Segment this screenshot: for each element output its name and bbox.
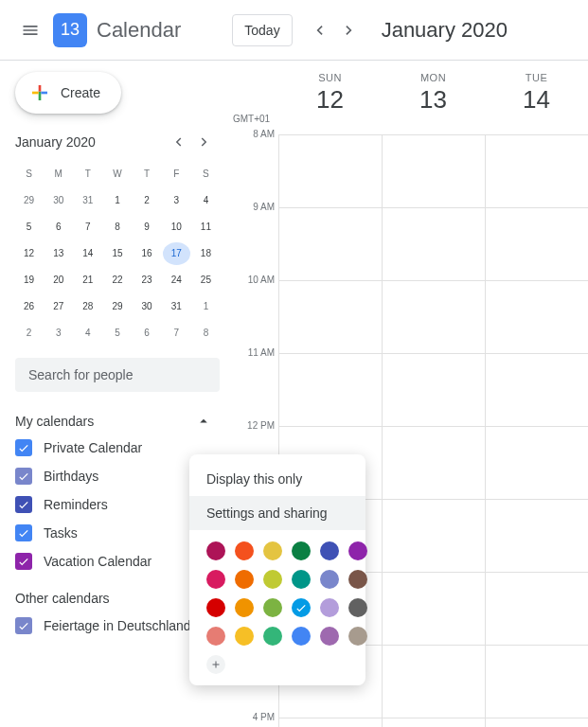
mini-day[interactable]: 3: [163, 189, 190, 212]
color-swatch[interactable]: [206, 570, 225, 589]
color-picker-grid: [189, 530, 365, 649]
mini-day[interactable]: 1: [103, 189, 131, 212]
main-menu-button[interactable]: [11, 11, 49, 49]
today-button[interactable]: Today: [232, 14, 292, 46]
color-swatch[interactable]: [235, 570, 254, 589]
mini-day[interactable]: 30: [134, 295, 161, 318]
mini-day[interactable]: 9: [134, 216, 161, 239]
day-of-week: MON: [382, 72, 485, 83]
day-column-header[interactable]: TUE14: [485, 61, 588, 115]
color-swatch[interactable]: [235, 598, 254, 617]
mini-day[interactable]: 17: [163, 242, 190, 265]
color-swatch[interactable]: [263, 627, 282, 646]
mini-day[interactable]: 14: [74, 242, 101, 265]
mini-day[interactable]: 8: [192, 322, 220, 345]
mini-day[interactable]: 2: [15, 322, 43, 345]
mini-day[interactable]: 20: [45, 269, 72, 292]
hour-row[interactable]: [278, 134, 588, 207]
color-swatch[interactable]: [320, 627, 339, 646]
color-swatch[interactable]: [348, 541, 367, 560]
mini-dow: S: [192, 163, 220, 186]
mini-day[interactable]: 6: [134, 322, 161, 345]
my-calendars-toggle[interactable]: My calendars: [15, 413, 220, 430]
calendar-checkbox[interactable]: [15, 468, 32, 485]
mini-day[interactable]: 23: [134, 269, 161, 292]
mini-day[interactable]: 5: [15, 216, 43, 239]
mini-day[interactable]: 1: [192, 295, 220, 318]
color-swatch[interactable]: [263, 541, 282, 560]
search-people-input[interactable]: Search for people: [15, 358, 220, 392]
day-column-header[interactable]: MON13: [382, 61, 485, 115]
calendar-item[interactable]: Private Calendar: [15, 439, 220, 456]
color-swatch[interactable]: [292, 570, 311, 589]
mini-day[interactable]: 29: [103, 295, 131, 318]
color-swatch[interactable]: [206, 627, 225, 646]
mini-day[interactable]: 15: [103, 242, 131, 265]
mini-day[interactable]: 21: [74, 269, 101, 292]
calendar-checkbox[interactable]: [15, 617, 32, 634]
color-swatch[interactable]: [292, 541, 311, 560]
mini-day[interactable]: 19: [15, 269, 43, 292]
settings-sharing-option[interactable]: Settings and sharing: [189, 496, 365, 530]
mini-day[interactable]: 26: [15, 295, 43, 318]
color-swatch[interactable]: [263, 598, 282, 617]
mini-prev-month-button[interactable]: [167, 131, 189, 153]
mini-day[interactable]: 4: [74, 322, 101, 345]
hour-row[interactable]: [278, 718, 588, 727]
color-swatch[interactable]: [320, 598, 339, 617]
mini-day[interactable]: 27: [45, 295, 72, 318]
mini-day[interactable]: 6: [45, 216, 72, 239]
calendar-checkbox[interactable]: [15, 553, 32, 570]
hour-label: 11 AM: [237, 347, 275, 358]
next-period-button[interactable]: [334, 15, 365, 45]
mini-day[interactable]: 13: [45, 242, 72, 265]
create-button[interactable]: Create: [15, 72, 121, 114]
color-swatch[interactable]: [263, 570, 282, 589]
day-column-header[interactable]: SUN12: [278, 61, 382, 115]
hour-row[interactable]: [278, 353, 588, 426]
mini-next-month-button[interactable]: [193, 131, 216, 153]
mini-day[interactable]: 4: [192, 189, 220, 212]
add-custom-color-button[interactable]: [206, 655, 225, 674]
mini-day[interactable]: 12: [15, 242, 43, 265]
mini-day[interactable]: 16: [134, 242, 161, 265]
hour-row[interactable]: [278, 207, 588, 280]
color-swatch[interactable]: [206, 598, 225, 617]
mini-day[interactable]: 10: [163, 216, 190, 239]
hour-row[interactable]: [278, 280, 588, 353]
mini-day[interactable]: 22: [103, 269, 131, 292]
color-swatch[interactable]: [348, 570, 367, 589]
mini-day[interactable]: 30: [45, 189, 72, 212]
app-logo[interactable]: 13 Calendar: [53, 13, 181, 47]
color-swatch[interactable]: [320, 570, 339, 589]
prev-period-button[interactable]: [304, 15, 334, 45]
mini-day[interactable]: 24: [163, 269, 190, 292]
mini-day[interactable]: 2: [134, 189, 161, 212]
calendar-checkbox[interactable]: [15, 524, 32, 541]
color-swatch[interactable]: [320, 541, 339, 560]
display-only-option[interactable]: Display this only: [189, 462, 365, 496]
mini-day[interactable]: 5: [103, 322, 131, 345]
mini-day[interactable]: 8: [103, 216, 131, 239]
color-swatch[interactable]: [235, 627, 254, 646]
mini-day[interactable]: 31: [163, 295, 190, 318]
mini-day[interactable]: 29: [15, 189, 43, 212]
mini-day[interactable]: 28: [74, 295, 101, 318]
mini-day[interactable]: 31: [74, 189, 101, 212]
color-swatch[interactable]: [292, 598, 311, 617]
color-swatch[interactable]: [348, 627, 367, 646]
color-swatch[interactable]: [292, 627, 311, 646]
mini-day[interactable]: 3: [45, 322, 72, 345]
calendar-checkbox[interactable]: [15, 439, 32, 456]
mini-day[interactable]: 11: [192, 216, 220, 239]
mini-day[interactable]: 7: [74, 216, 101, 239]
color-swatch[interactable]: [348, 598, 367, 617]
mini-dow: F: [163, 163, 190, 186]
mini-day[interactable]: 7: [163, 322, 190, 345]
color-swatch[interactable]: [206, 541, 225, 560]
mini-day[interactable]: 25: [192, 269, 220, 292]
calendar-checkbox[interactable]: [15, 496, 32, 513]
mini-day[interactable]: 18: [192, 242, 220, 265]
calendar-label: Vacation Calendar: [44, 554, 151, 569]
color-swatch[interactable]: [235, 541, 254, 560]
